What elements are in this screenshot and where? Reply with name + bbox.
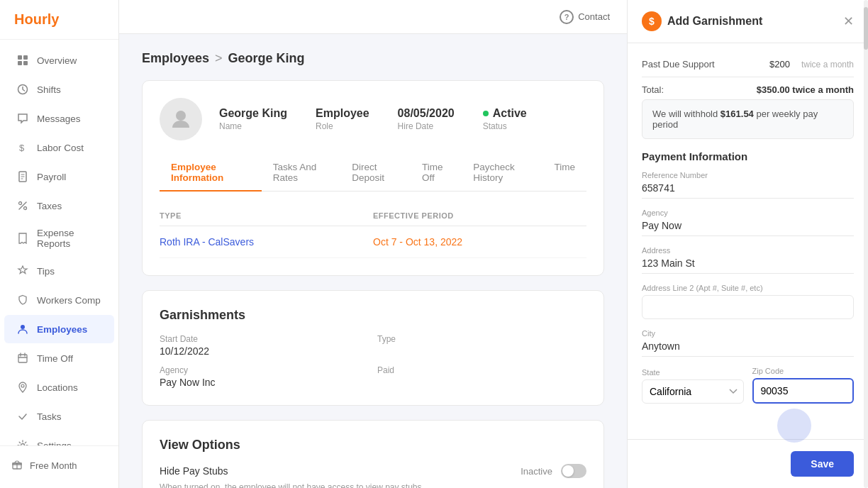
employee-hire-date-field: 08/05/2020 Hire Date [398,107,455,131]
sidebar-item-label: Labor Cost [37,143,84,153]
panel-close-button[interactable]: ✕ [843,15,854,28]
tab-time[interactable]: Time [543,155,587,192]
status-dot [483,111,489,116]
view-options-title: View Options [160,438,586,453]
app-logo: Hourly [0,0,118,40]
agency-value: Pay Now [642,220,854,236]
sidebar-item-overview[interactable]: Overview [4,46,114,74]
sidebar-item-tips[interactable]: Tips [4,257,114,285]
svg-text:$: $ [19,143,25,153]
garnishments-section: Garnishments Start Date 10/12/2022 Type … [142,290,604,406]
employee-role-field: Employee Role [316,107,369,131]
pin-icon [16,380,30,394]
garn-agency-value: Pay Now Inc [160,377,216,388]
scrollbar-track [864,0,868,488]
sidebar-item-label: Expense Reports [37,228,103,249]
sidebar-item-locations[interactable]: Locations [4,373,114,401]
tip-icon [16,264,30,278]
sidebar-item-workers-comp[interactable]: Workers Comp [4,286,114,314]
clock-icon [16,82,30,96]
check-icon [16,409,30,423]
help-icon: ? [560,10,574,24]
sidebar-item-label: Shifts [37,84,61,95]
sidebar-item-time-off[interactable]: Time Off [4,344,114,372]
save-label: Save [811,458,834,470]
sidebar-item-payroll[interactable]: Payroll [4,162,114,191]
toggle-knob [562,465,574,477]
garn-type-label: Type [377,334,586,344]
sidebar-item-taxes[interactable]: Taxes [4,192,114,220]
tab-time-off[interactable]: Time Off [411,155,462,192]
svg-rect-2 [18,61,22,65]
sidebar-item-shifts[interactable]: Shifts [4,75,114,104]
sidebar-nav: Overview Shifts Messages $ Labor Cost Pa… [0,40,118,445]
svg-rect-3 [23,61,28,65]
avatar [160,98,202,140]
agency-label: Agency [642,209,854,217]
free-month-label: Free Month [30,460,77,471]
past-due-amount: $200 [769,59,790,70]
address2-field: Address Line 2 (Apt #, Suite #, etc) [642,284,854,319]
sidebar-item-labor-cost[interactable]: $ Labor Cost [4,133,114,162]
chat-icon [16,111,30,126]
garn-start-date-label: Start Date [160,334,369,344]
sidebar-item-label: Messages [37,113,81,124]
panel-dollar-icon: $ [642,11,662,31]
zip-input[interactable] [752,378,855,404]
garn-type: Type [377,334,586,357]
sidebar-item-employees[interactable]: Employees [4,315,114,343]
past-due-row: Past Due Support $200 twice a month [642,55,854,74]
zip-field: Zip Code [752,367,855,404]
svg-point-9 [21,325,25,329]
tab-tasks-rates[interactable]: Tasks And Rates [262,155,340,192]
state-field: State California [642,368,744,404]
sidebar-item-messages[interactable]: Messages [4,104,114,133]
add-garnishment-panel: $ Add Garnishment ✕ Past Due Support $20… [627,0,868,488]
sidebar-item-tasks[interactable]: Tasks [4,402,114,431]
withhold-amount: $161.54 [720,109,754,119]
row-type: Roth IRA - CalSavers [160,236,373,248]
garn-start-date-value: 10/12/2022 [160,345,209,357]
sidebar-item-label: Overview [37,55,77,66]
free-month-item[interactable]: Free Month [0,452,118,479]
payment-section-title: Payment Information [642,150,854,162]
tab-paycheck-history[interactable]: Paycheck History [462,155,542,192]
total-value: $350.00 twice a month [757,84,854,95]
tab-direct-deposit[interactable]: Direct Deposit [340,155,411,192]
address-label: Address [642,246,854,255]
employee-status: Active [493,107,527,120]
sidebar-item-settings[interactable]: Settings [4,431,114,445]
tab-employee-info[interactable]: Employee Information [160,155,262,192]
panel-body: Past Due Support $200 twice a month Tota… [628,43,868,439]
breadcrumb-current: George King [228,51,305,66]
employee-status-field: Active Status [483,107,527,131]
address2-label: Address Line 2 (Apt #, Suite #, etc) [642,284,854,292]
svg-point-8 [24,207,27,210]
receipt-icon [16,231,30,245]
help-button[interactable]: ? Contact [560,10,610,24]
save-button[interactable]: Save [791,451,854,477]
row-period: Oct 7 - Oct 13, 2022 [373,236,586,248]
employee-name-field: George King Name [219,107,287,131]
employee-role: Employee [316,107,369,120]
sidebar-bottom: Free Month [0,445,118,488]
garn-agency-label: Agency [160,365,369,375]
state-select[interactable]: California [642,379,744,404]
sidebar-item-label: Workers Comp [37,295,101,306]
table-row: Roth IRA - CalSavers Oct 7 - Oct 13, 202… [160,226,586,258]
address2-input[interactable] [642,295,854,319]
sidebar-item-label: Tips [37,266,55,277]
employee-name-label: Name [219,121,287,131]
status-badge: Active [483,107,527,120]
scrollbar-thumb[interactable] [864,7,868,50]
withhold-box: We will withhold $161.54 per weekly pay … [642,99,854,139]
percent-icon [16,199,30,213]
hide-pay-stubs-toggle[interactable] [561,464,586,478]
garn-start-date: Start Date 10/12/2022 [160,334,369,357]
address-field: Address 123 Main St [642,246,854,274]
zip-label: Zip Code [752,367,855,375]
svg-point-11 [21,384,24,387]
sidebar-item-expense-reports[interactable]: Expense Reports [4,221,114,256]
state-zip-row: State California Zip Code [642,367,854,404]
employee-info: George King Name Employee Role 08/05/202… [160,98,586,140]
